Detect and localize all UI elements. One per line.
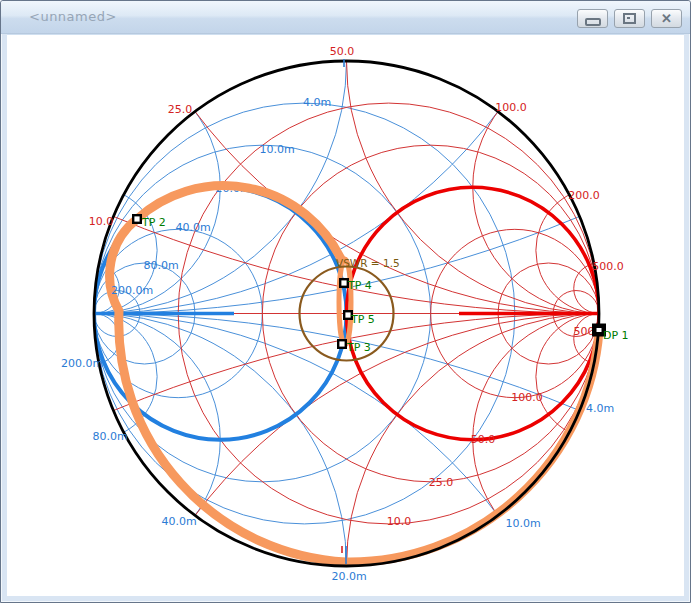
point-label: TP 3 <box>346 341 371 354</box>
impedance-label: 25.0 <box>168 103 193 116</box>
vswr-label: VSWR = 1.5 <box>336 257 400 269</box>
admittance-label: 40.0m <box>161 515 196 528</box>
admittance-label: 4.0m <box>303 96 331 109</box>
impedance-label: 10.0 <box>387 515 412 528</box>
admittance-label: 80.0m <box>143 259 178 272</box>
impedance-label: 10.0 <box>89 215 114 228</box>
point-label: TP 2 <box>141 216 166 229</box>
admittance-label: 10.0m <box>505 517 540 530</box>
window-controls: ✕ <box>577 9 682 28</box>
title-bar[interactable]: <unnamed> ✕ <box>1 1 690 34</box>
close-button[interactable]: ✕ <box>651 9 682 28</box>
point-label: DP 1 <box>603 329 629 342</box>
admittance-label: 200.0m <box>111 284 153 297</box>
impedance-label: 200.0 <box>568 189 600 202</box>
app-window: <unnamed> ✕ 20.0m50.025.010.0100.0200.05… <box>0 0 691 603</box>
impedance-label: 500 <box>574 325 595 338</box>
point-label: TP 4 <box>347 279 372 292</box>
admittance-label: 80.0m <box>92 430 127 443</box>
smith-chart[interactable]: 20.0m50.025.010.0100.0200.0500.0500100.0… <box>6 34 685 597</box>
admittance-label: 200.0m <box>61 357 103 370</box>
impedance-label: 100.0 <box>495 101 527 114</box>
impedance-label: 25.0 <box>429 476 454 489</box>
test-point-marker <box>340 279 348 287</box>
window-title: <unnamed> <box>29 9 117 24</box>
test-point-marker <box>338 340 346 348</box>
impedance-label: 50.0 <box>330 45 355 58</box>
admittance-label: 4.0m <box>586 402 614 415</box>
test-point-marker <box>133 215 141 223</box>
impedance-label: 50.0 <box>471 433 496 446</box>
close-icon: ✕ <box>661 12 672 25</box>
point-label: TP 5 <box>350 313 375 326</box>
admittance-label: 40.0m <box>175 221 210 234</box>
minimize-button[interactable] <box>577 9 608 28</box>
minimize-icon <box>585 18 601 26</box>
impedance-label: 500.0 <box>592 260 624 273</box>
impedance-label: 100.0 <box>511 391 543 404</box>
admittance-label: 20.0m <box>331 570 366 583</box>
admittance-label: 10.0m <box>259 143 294 156</box>
maximize-icon <box>623 13 636 24</box>
maximize-button[interactable] <box>614 9 645 28</box>
